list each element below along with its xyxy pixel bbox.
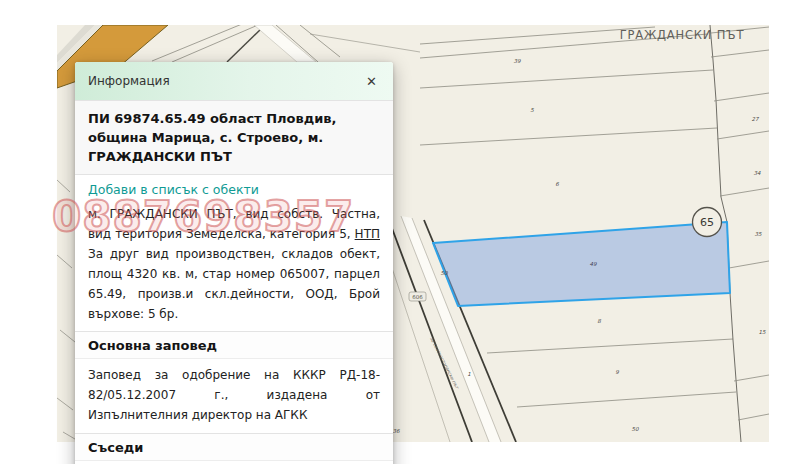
order-text: Заповед за одобрение на КККР РД-18-82/05… xyxy=(88,365,380,425)
cadastre-viewer: 65 606 ГРАЖДАНСКИ ПЪТ за селскостопански… xyxy=(0,0,800,464)
svg-text:9: 9 xyxy=(615,369,619,375)
parcel-title: ПИ 69874.65.49 област Пловдив, община Ма… xyxy=(75,100,393,175)
svg-text:36: 36 xyxy=(393,428,400,434)
svg-text:35: 35 xyxy=(755,231,762,237)
region-65-label: 65 xyxy=(700,216,714,229)
map-area-label: ГРАЖДАНСКИ ПЪТ xyxy=(620,28,745,42)
region-65-marker: 65 xyxy=(693,208,722,237)
svg-text:8: 8 xyxy=(597,318,601,324)
svg-text:34: 34 xyxy=(754,170,761,176)
add-to-list-link[interactable]: Добави в списък с обекти xyxy=(75,175,393,199)
selected-parcel-65-49[interactable] xyxy=(433,222,730,306)
details-after-ntp: За друг вид производствен, складов обект… xyxy=(88,247,380,321)
selected-parcel-number: 49 xyxy=(590,261,597,267)
panel-title: Информация xyxy=(88,74,170,88)
svg-text:39: 39 xyxy=(514,58,521,64)
svg-text:15: 15 xyxy=(759,329,766,335)
ntp-abbreviation: НТП xyxy=(355,227,380,241)
info-panel-header: Информация ✕ xyxy=(75,62,393,100)
svg-text:1: 1 xyxy=(467,371,471,377)
details-before-ntp: м. ГРАЖДАНСКИ ПЪТ, вид собств. Частна, в… xyxy=(88,207,380,241)
svg-text:606: 606 xyxy=(412,294,423,300)
parcel-details: м. ГРАЖДАНСКИ ПЪТ, вид собств. Частна, в… xyxy=(88,204,380,324)
info-panel: Информация ✕ ПИ 69874.65.49 област Пловд… xyxy=(75,62,393,464)
svg-text:27: 27 xyxy=(752,116,760,122)
minor-roads-top xyxy=(152,25,420,62)
svg-text:5: 5 xyxy=(530,107,534,113)
svg-text:50: 50 xyxy=(441,270,448,276)
section-heading-neighbours: Съседи xyxy=(75,433,393,461)
section-heading-order: Основна заповед xyxy=(75,331,393,359)
close-icon[interactable]: ✕ xyxy=(363,73,380,90)
road-606-badge: 606 xyxy=(409,292,426,301)
svg-text:50: 50 xyxy=(632,426,639,432)
svg-text:6: 6 xyxy=(555,181,559,187)
